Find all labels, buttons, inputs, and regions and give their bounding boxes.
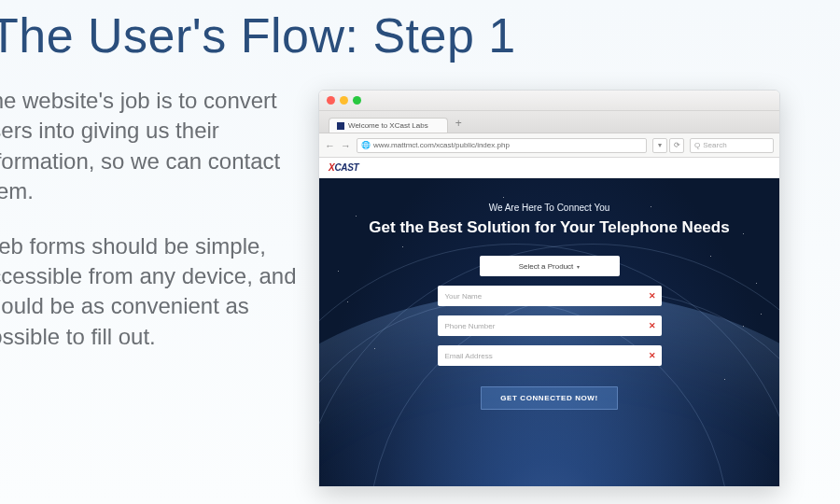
url-input[interactable]: 🌐 www.mattmct.com/xcast/public/index.php [357,138,647,153]
back-button[interactable]: ← [325,140,335,151]
close-icon[interactable] [327,96,335,105]
submit-button[interactable]: GET CONNECTED NOW! [481,386,618,410]
chevron-down-icon: ▾ [577,263,580,270]
email-placeholder: Email Address [445,352,493,360]
address-bar: ← → 🌐 www.mattmct.com/xcast/public/index… [319,133,779,158]
logo-text: CAST [334,162,358,173]
select-label: Select a Product [519,262,574,271]
hero-headline: Get the Best Solution for Your Telephone… [319,218,779,237]
site-header: XCAST [319,158,779,178]
email-field[interactable]: Email Address ✕ [438,345,662,366]
tab-bar: Welcome to XCast Labs + [319,111,779,133]
new-tab-button[interactable]: + [450,117,468,133]
url-text: www.mattmct.com/xcast/public/index.php [373,141,510,149]
product-select[interactable]: Select a Product ▾ [480,256,620,276]
minimize-icon[interactable] [340,96,348,105]
clear-icon[interactable]: ✕ [649,291,656,301]
globe-icon: 🌐 [361,141,371,149]
phone-placeholder: Phone Number [445,322,496,330]
phone-field[interactable]: Phone Number ✕ [438,315,662,336]
paragraph-1: The website's job is to convert users in… [0,86,300,207]
name-field[interactable]: Your Name ✕ [438,286,662,306]
dropdown-button[interactable]: ▾ [652,138,667,153]
lead-form: Select a Product ▾ Your Name ✕ Phone Num… [319,256,779,410]
hero-tagline: We Are Here To Connect You [319,203,779,213]
refresh-button[interactable]: ⟳ [669,138,684,153]
favicon-icon [337,122,344,130]
slide-title: The User's Flow: Step 1 [0,7,840,63]
search-input[interactable]: Q Search [690,138,774,153]
clear-icon[interactable]: ✕ [649,351,656,360]
search-placeholder: Search [703,141,726,149]
tab-label: Welcome to XCast Labs [348,121,428,130]
maximize-icon[interactable] [353,96,361,105]
hero-section: We Are Here To Connect You Get the Best … [319,178,779,486]
paragraph-2: Web forms should be simple, accessible f… [0,231,300,353]
search-icon: Q [694,141,700,149]
name-placeholder: Your Name [445,292,483,301]
window-titlebar [319,91,779,111]
site-logo[interactable]: XCAST [329,162,358,173]
slide-body-text: The website's job is to convert users in… [0,86,300,376]
browser-window: Welcome to XCast Labs + ← → 🌐 www.mattmc… [318,90,780,487]
clear-icon[interactable]: ✕ [649,321,656,330]
tab-active[interactable]: Welcome to XCast Labs [329,118,448,133]
forward-button[interactable]: → [341,140,351,151]
